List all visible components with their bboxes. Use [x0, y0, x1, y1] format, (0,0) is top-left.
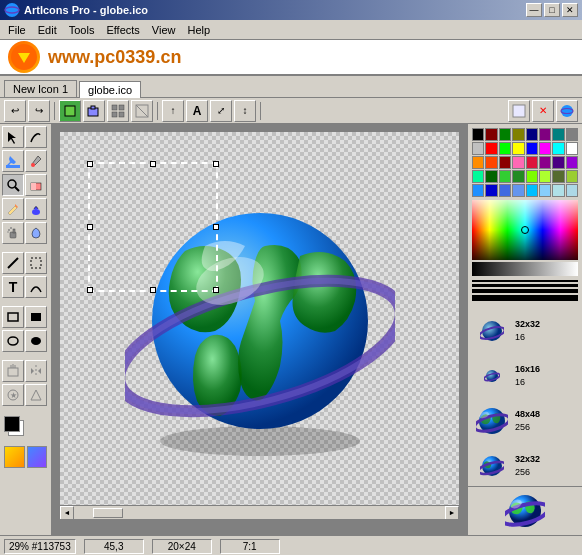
stroke-2px[interactable] — [472, 284, 578, 287]
tab-new-icon[interactable]: New Icon 1 — [4, 80, 77, 97]
color-cell[interactable] — [512, 128, 524, 141]
color-cell[interactable] — [539, 156, 551, 169]
canvas-area[interactable]: ◄ ► — [52, 124, 467, 535]
scroll-left-btn[interactable]: ◄ — [60, 506, 74, 520]
icon-item-32-16[interactable]: 32x32 16 — [470, 309, 580, 353]
color-cell[interactable] — [526, 128, 538, 141]
color-cell[interactable] — [512, 156, 524, 169]
rect-select-tool[interactable] — [25, 252, 47, 274]
grid2-button[interactable] — [131, 100, 153, 122]
color-cell[interactable] — [552, 142, 564, 155]
redo-button[interactable]: ↪ — [28, 100, 50, 122]
fg-color-swatch[interactable] — [4, 416, 20, 432]
scroll-thumb-h[interactable] — [93, 508, 123, 518]
color-cell[interactable] — [512, 170, 524, 183]
color-cell[interactable] — [499, 184, 511, 197]
icon-item-48-256[interactable]: 48x48 256 — [470, 399, 580, 443]
color-cell[interactable] — [499, 170, 511, 183]
delete-button[interactable]: ✕ — [532, 100, 554, 122]
color-cell[interactable] — [566, 170, 578, 183]
color-cell[interactable] — [552, 128, 564, 141]
color-cell[interactable] — [566, 128, 578, 141]
color-black[interactable] — [472, 128, 484, 141]
gray-ramp[interactable] — [472, 262, 578, 276]
color-cell[interactable] — [472, 142, 484, 155]
color-cell[interactable] — [539, 170, 551, 183]
tab-globe[interactable]: globe.ico — [79, 81, 141, 98]
line-tool[interactable] — [2, 252, 24, 274]
color-cell[interactable] — [526, 142, 538, 155]
freehand-tool[interactable] — [25, 126, 47, 148]
fill-tool[interactable] — [2, 150, 24, 172]
brush-tool[interactable] — [25, 198, 47, 220]
menu-effects[interactable]: Effects — [100, 22, 145, 38]
move-button[interactable]: ⤢ — [210, 100, 232, 122]
minimize-button[interactable]: — — [526, 3, 542, 17]
select-tool[interactable] — [2, 126, 24, 148]
eraser-tool[interactable] — [25, 174, 47, 196]
color-cell[interactable] — [512, 184, 524, 197]
color-cell[interactable] — [526, 156, 538, 169]
icon-item-32-256[interactable]: 32x32 256 — [470, 444, 580, 486]
open-button[interactable] — [83, 100, 105, 122]
close-button[interactable]: ✕ — [562, 3, 578, 17]
color-cell[interactable] — [552, 156, 564, 169]
color-cell[interactable] — [539, 142, 551, 155]
color-cell[interactable] — [485, 184, 497, 197]
menu-help[interactable]: Help — [181, 22, 216, 38]
color-red[interactable] — [485, 142, 497, 155]
scrollbar-horizontal[interactable]: ◄ ► — [60, 505, 459, 519]
export-button[interactable] — [556, 100, 578, 122]
undo-button[interactable]: ↩ — [4, 100, 26, 122]
color-cell[interactable] — [512, 142, 524, 155]
menu-file[interactable]: File — [2, 22, 32, 38]
text-button[interactable]: A — [186, 100, 208, 122]
scroll-right-btn[interactable]: ► — [445, 506, 459, 520]
pencil-tool[interactable] — [2, 198, 24, 220]
text-tool[interactable]: T — [2, 276, 24, 298]
maximize-button[interactable]: □ — [544, 3, 560, 17]
mirror-tool[interactable] — [25, 360, 47, 382]
color-cell[interactable] — [499, 128, 511, 141]
color-cell[interactable] — [526, 170, 538, 183]
grid-button[interactable] — [107, 100, 129, 122]
menu-edit[interactable]: Edit — [32, 22, 63, 38]
filled-rect-tool[interactable] — [25, 306, 47, 328]
zoom-tool[interactable] — [2, 174, 24, 196]
color-cell[interactable] — [485, 128, 497, 141]
rect-tool[interactable] — [2, 306, 24, 328]
color-cell[interactable] — [485, 170, 497, 183]
arrow-up-button[interactable]: ↑ — [162, 100, 184, 122]
window-controls[interactable]: — □ ✕ — [526, 3, 578, 17]
color-cell[interactable] — [552, 170, 564, 183]
scroll-track-h[interactable] — [88, 508, 431, 518]
menu-view[interactable]: View — [146, 22, 182, 38]
color-cell[interactable] — [499, 156, 511, 169]
curve-tool[interactable] — [25, 276, 47, 298]
color-cell[interactable] — [472, 184, 484, 197]
special1-tool[interactable]: ★ — [2, 384, 24, 406]
stroke-1px[interactable] — [472, 280, 578, 282]
color-cell[interactable] — [485, 156, 497, 169]
color-cell[interactable] — [566, 184, 578, 197]
icon-list[interactable]: 32x32 16 16x16 16 — [468, 307, 582, 486]
color-cell[interactable] — [552, 184, 564, 197]
color-cell[interactable] — [499, 142, 511, 155]
gradient-swatch-1[interactable] — [4, 446, 25, 468]
color-cell[interactable] — [539, 184, 551, 197]
special2-tool[interactable] — [25, 384, 47, 406]
color-cell[interactable] — [472, 170, 484, 183]
paint-tool[interactable] — [25, 222, 47, 244]
import-tool[interactable] — [2, 360, 24, 382]
color-cell[interactable] — [539, 128, 551, 141]
menu-tools[interactable]: Tools — [63, 22, 101, 38]
icon-item-16-16[interactable]: 16x16 16 — [470, 354, 580, 398]
color-cell[interactable] — [566, 156, 578, 169]
transform-button[interactable]: ↕ — [234, 100, 256, 122]
stroke-4px[interactable] — [472, 295, 578, 301]
ellipse-tool[interactable] — [2, 330, 24, 352]
new-button[interactable] — [59, 100, 81, 122]
color-cell[interactable] — [526, 184, 538, 197]
stroke-3px[interactable] — [472, 289, 578, 293]
color-white[interactable] — [566, 142, 578, 155]
